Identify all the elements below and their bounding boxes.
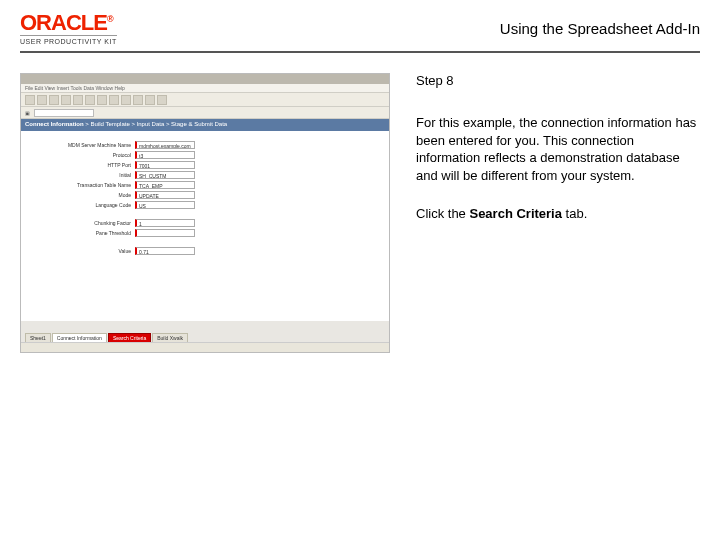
thumb-form-label: Language Code (31, 202, 131, 208)
thumb-form-row: Language CodeUS (31, 201, 379, 209)
thumb-form-label: Value (31, 248, 131, 254)
toolbar-icon (49, 95, 59, 105)
thumb-form-value: UPDATE (135, 191, 195, 199)
thumb-form-label: Pane Threshold (31, 230, 131, 236)
thumb-form-label: Initial (31, 172, 131, 178)
thumb-window-titlebar (21, 74, 389, 84)
name-box (34, 109, 94, 117)
toolbar-icon (25, 95, 35, 105)
thumb-form-row: Value0.71 (31, 247, 379, 255)
toolbar-icon (85, 95, 95, 105)
page-title: Using the Spreadsheet Add-In (500, 20, 700, 37)
thumb-form-value: 7001 (135, 161, 195, 169)
step-body: For this example, the connection informa… (416, 114, 700, 184)
thumb-form-row: HTTP Port7001 (31, 161, 379, 169)
thumb-form-row: Chunking Factor1 (31, 219, 379, 227)
oracle-wordmark: ORACLE® (20, 12, 117, 34)
header: ORACLE® USER PRODUCTIVITY KIT Using the … (0, 0, 720, 51)
tab-connect-information[interactable]: Connect Information (52, 333, 107, 342)
thumb-form-label: Protocol (31, 152, 131, 158)
thumb-form-value: mdmhost.example.com (135, 141, 195, 149)
step-label: Step 8 (416, 73, 700, 88)
toolbar-icon (97, 95, 107, 105)
thumb-form-label: MDM Server Machine Name (31, 142, 131, 148)
tab-search-criteria[interactable]: Search Criteria (108, 333, 151, 342)
embedded-screenshot: File Edit View Insert Tools Data Window … (20, 73, 390, 353)
thumb-form-value: 1 (135, 219, 195, 227)
toolbar-icon (61, 95, 71, 105)
tab-build[interactable]: Build Xwalk (152, 333, 188, 342)
thumb-form-label: Mode (31, 192, 131, 198)
toolbar-icon (109, 95, 119, 105)
thumb-form-area: MDM Server Machine Namemdmhost.example.c… (21, 131, 389, 321)
thumb-sheet-tabs: Sheet1 Connect Information Search Criter… (25, 333, 188, 342)
thumb-form-row: MDM Server Machine Namemdmhost.example.c… (31, 141, 379, 149)
header-rule (20, 51, 700, 53)
toolbar-icon (145, 95, 155, 105)
thumb-form-row: Pane Threshold (31, 229, 379, 237)
toolbar-icon (121, 95, 131, 105)
thumb-form-label: Chunking Factor (31, 220, 131, 226)
thumb-form-value: SH_CUSTM (135, 171, 195, 179)
thumb-form-value (135, 229, 195, 237)
step-action: Click the Search Criteria tab. (416, 206, 700, 221)
thumb-status-bar (21, 342, 389, 352)
thumb-breadcrumb: Connect Information > Build Template > I… (21, 119, 389, 131)
thumb-form-row: Protocolt3 (31, 151, 379, 159)
thumb-form-row: Transaction Table NameTCA_EMP (31, 181, 379, 189)
thumb-toolbar (21, 93, 389, 107)
thumb-form-value: t3 (135, 151, 195, 159)
toolbar-icon (133, 95, 143, 105)
toolbar-icon (73, 95, 83, 105)
instruction-panel: Step 8 For this example, the connection … (416, 73, 700, 353)
thumb-form-row (31, 211, 379, 217)
thumb-form-label: Transaction Table Name (31, 182, 131, 188)
brand-subtitle: USER PRODUCTIVITY KIT (20, 38, 117, 45)
thumb-form-row: InitialSH_CUSTM (31, 171, 379, 179)
thumb-form-label: HTTP Port (31, 162, 131, 168)
content-row: File Edit View Insert Tools Data Window … (0, 73, 720, 353)
thumb-menubar: File Edit View Insert Tools Data Window … (21, 84, 389, 93)
thumb-form-value: US (135, 201, 195, 209)
tab-sheet1[interactable]: Sheet1 (25, 333, 51, 342)
name-box-icon: ▣ (25, 110, 30, 116)
thumb-form-value: TCA_EMP (135, 181, 195, 189)
thumb-formula-bar: ▣ (21, 107, 389, 119)
thumb-form-value: 0.71 (135, 247, 195, 255)
brand-logo: ORACLE® USER PRODUCTIVITY KIT (20, 12, 117, 45)
toolbar-icon (157, 95, 167, 105)
thumb-form-row: ModeUPDATE (31, 191, 379, 199)
toolbar-icon (37, 95, 47, 105)
thumb-form-row (31, 239, 379, 245)
